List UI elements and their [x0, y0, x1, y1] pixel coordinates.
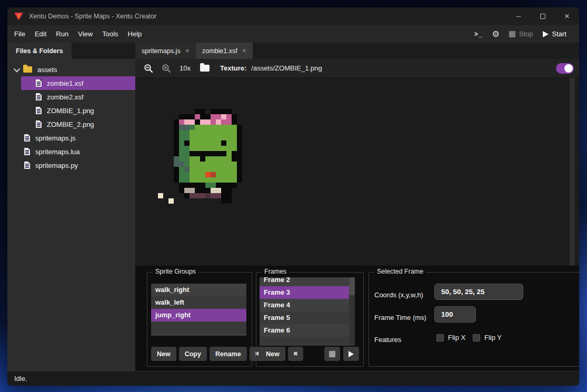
rename-button[interactable]: Rename: [210, 347, 247, 361]
sprite-pixel: [195, 172, 200, 177]
tree-item-spritemaps-js[interactable]: spritemaps.js: [7, 131, 135, 145]
close-button[interactable]: ✕: [555, 7, 579, 25]
tab-zombie1-xsf[interactable]: zombie1.xsf✕: [196, 43, 253, 59]
tab-close-icon[interactable]: ✕: [242, 48, 246, 54]
sprite-pixel: [195, 183, 200, 188]
tab-label: zombie1.xsf: [202, 47, 237, 55]
sprite-pixel: [226, 198, 232, 204]
sprite-pixel: [179, 119, 184, 125]
tree-item-label: ZOMBIE_1.png: [47, 107, 94, 115]
terminal-icon[interactable]: >_: [474, 31, 483, 38]
list-item-Frame-2[interactable]: Frame 2: [260, 277, 349, 286]
sprite-pixel: [190, 114, 195, 119]
coords-input[interactable]: 50, 50, 25, 25: [434, 284, 523, 300]
sprite-pixel: [184, 172, 190, 177]
list-item-walk_right[interactable]: walk_right: [151, 284, 246, 296]
new-button[interactable]: New: [151, 347, 176, 361]
list-item-empty: [151, 321, 246, 334]
sprite-groups-buttons: NewCopyRename✖: [151, 347, 265, 361]
sprite-pixel: [179, 140, 184, 146]
sprite-pixel: [174, 156, 179, 162]
list-item-walk_left[interactable]: walk_left: [151, 296, 246, 309]
start-button[interactable]: Start: [543, 30, 566, 38]
sprite-pixel: [184, 162, 190, 167]
menu-item-tools[interactable]: Tools: [97, 28, 123, 40]
sprite-pixel: [232, 130, 237, 135]
flip-x-checkbox[interactable]: [436, 334, 444, 341]
sprite-pixel: [200, 172, 205, 177]
tree-item-assets[interactable]: assets: [7, 63, 135, 76]
stop-button[interactable]: Stop: [509, 30, 533, 38]
list-item-jump_right[interactable]: jump_right: [151, 309, 246, 321]
menu-item-help[interactable]: Help: [123, 28, 147, 40]
selected-frame-panel: Selected Frame Coords (x,y,w,h) 50, 50, …: [369, 272, 579, 367]
tree-item-spritemaps-py[interactable]: spritemaps.py: [7, 158, 135, 172]
minimize-button[interactable]: ─: [506, 7, 531, 25]
tab-spritemaps-js[interactable]: spritemaps.js✕: [135, 43, 196, 59]
sprite-groups-list[interactable]: walk_rightwalk_leftjump_right: [151, 284, 246, 336]
sprite-pixel: [216, 193, 221, 198]
sprite-pixel: [216, 156, 221, 162]
sprite-pixel: [237, 146, 242, 151]
frame-time-input[interactable]: 100: [434, 306, 476, 323]
chevron-down-icon[interactable]: [14, 65, 21, 72]
sprite-pixel: [174, 130, 179, 135]
file-icon: [36, 107, 42, 114]
sprite-pixel: [195, 156, 200, 162]
menu-item-file[interactable]: File: [9, 28, 30, 40]
stop-icon: [509, 31, 515, 37]
sprite-pixel: [205, 193, 211, 198]
sprite-pixel: [190, 130, 195, 135]
frames-scrollbar-thumb[interactable]: [349, 277, 355, 295]
sprite-pixel: [226, 125, 232, 130]
sprite-pixel: [221, 177, 226, 183]
sprite-pixel: [211, 156, 216, 162]
menu-item-run[interactable]: Run: [51, 28, 73, 40]
frames-list[interactable]: Frame 2Frame 3Frame 4Frame 5Frame 6: [260, 277, 349, 346]
sprite-pixel: [211, 130, 216, 135]
list-item-Frame-4[interactable]: Frame 4: [260, 299, 349, 311]
frame-play-button[interactable]: [343, 347, 359, 361]
list-item-Frame-3[interactable]: Frame 3: [260, 286, 349, 299]
flip-y-checkbox[interactable]: [473, 334, 480, 341]
maximize-button[interactable]: [531, 7, 555, 25]
frames-scrollbar[interactable]: [349, 277, 355, 346]
app-window: Xentu Demos - Sprite Maps - Xentu Creato…: [7, 7, 579, 386]
menu-items: FileEditRunViewToolsHelp: [9, 28, 146, 40]
sprite-pixel: [174, 146, 179, 151]
sidebar-header-tab[interactable]: Files & Folders: [7, 43, 72, 59]
title-bar: Xentu Demos - Sprite Maps - Xentu Creato…: [7, 7, 579, 25]
list-item-Frame-6[interactable]: Frame 6: [260, 324, 349, 337]
preview-toggle[interactable]: [556, 63, 574, 74]
copy-button[interactable]: Copy: [179, 347, 207, 361]
tree-item-ZOMBIE_1-png[interactable]: ZOMBIE_1.png: [7, 104, 135, 117]
delete-button[interactable]: ✖: [288, 347, 303, 361]
sprite-pixel: [179, 135, 184, 140]
canvas-vertical-scrollbar[interactable]: [570, 78, 575, 266]
sprite-pixel: [221, 172, 226, 177]
open-texture-folder-icon[interactable]: [200, 65, 210, 72]
zoom-in-icon[interactable]: [162, 64, 171, 73]
file-icon: [24, 134, 30, 142]
sprite-pixel: [237, 140, 242, 146]
sprite-canvas[interactable]: [135, 78, 579, 266]
tree-item-ZOMBIE_2-png[interactable]: ZOMBIE_2.png: [7, 117, 135, 131]
selected-frame-legend: Selected Frame: [374, 268, 426, 275]
tree-item-zombie2-xsf[interactable]: zombie2.xsf: [7, 90, 135, 104]
menu-item-view[interactable]: View: [73, 28, 97, 40]
tree-item-spritemaps-lua[interactable]: spritemaps.lua: [7, 145, 135, 158]
tab-close-icon[interactable]: ✕: [185, 48, 190, 54]
new-button[interactable]: New: [260, 347, 285, 361]
menu-item-edit[interactable]: Edit: [30, 28, 51, 40]
sprite-pixel: [190, 167, 195, 172]
zoom-out-icon[interactable]: [144, 64, 153, 73]
tree-item-zombie1-xsf[interactable]: zombie1.xsf: [21, 76, 135, 90]
sprite-pixel: [200, 167, 205, 172]
sprite-pixel: [200, 188, 205, 193]
list-item-Frame-5[interactable]: Frame 5: [260, 311, 349, 324]
sprite-pixel: [226, 177, 232, 183]
tree-item-label: ZOMBIE_2.png: [47, 120, 94, 128]
sprite-pixel: [190, 156, 195, 162]
gear-icon[interactable]: ⚙: [492, 29, 499, 39]
frame-stop-button[interactable]: [324, 347, 340, 361]
